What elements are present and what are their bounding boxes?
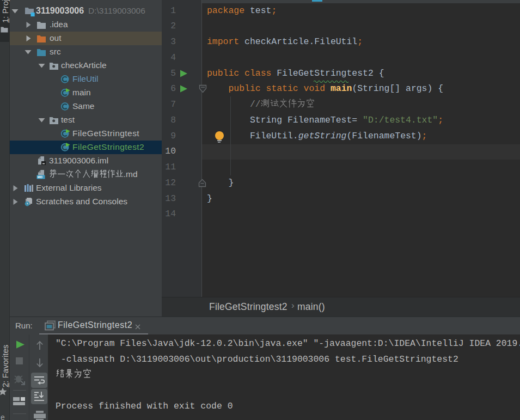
svg-text:MD: MD (38, 175, 42, 179)
